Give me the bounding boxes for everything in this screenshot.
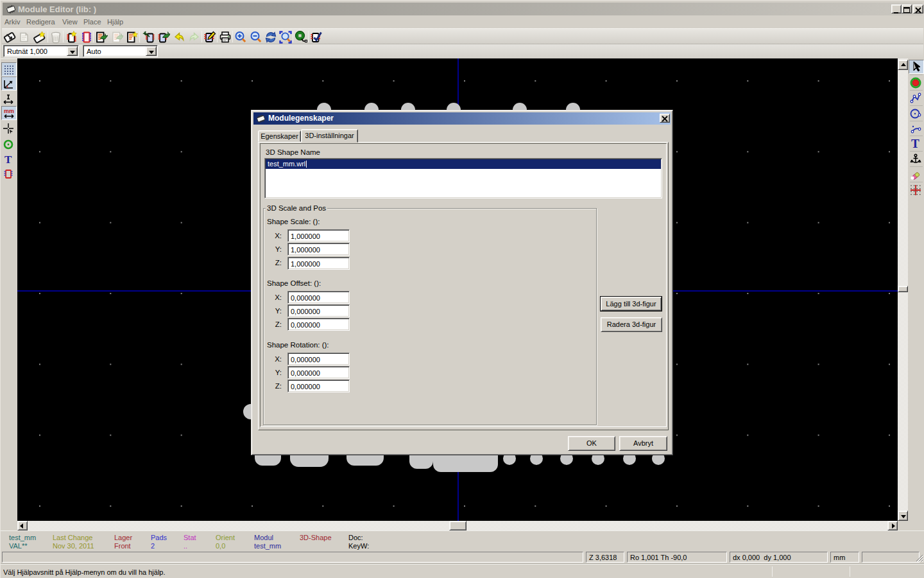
svg-text:T: T	[4, 153, 12, 166]
svg-text:mm: mm	[4, 108, 14, 114]
svg-text:T: T	[911, 137, 920, 150]
